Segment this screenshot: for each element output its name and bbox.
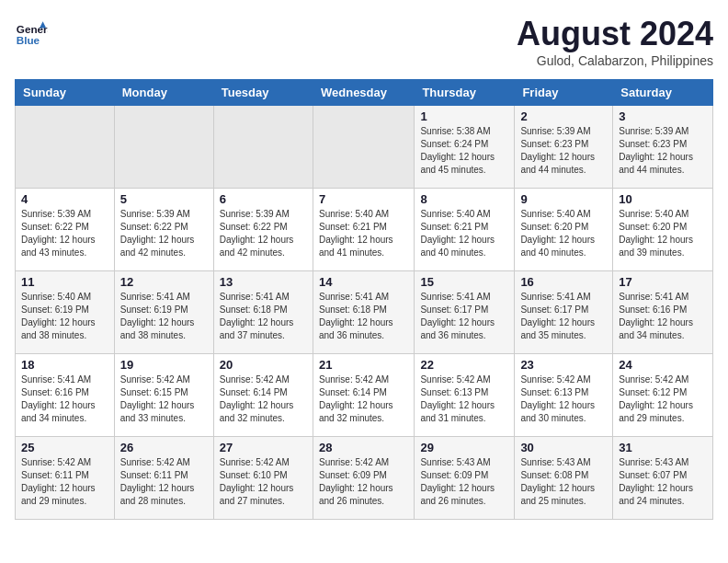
logo: General Blue	[15, 15, 51, 48]
calendar-cell: 19Sunrise: 5:42 AM Sunset: 6:15 PM Dayli…	[114, 354, 213, 437]
day-info: Sunrise: 5:39 AM Sunset: 6:22 PM Dayligh…	[21, 208, 108, 259]
calendar-cell: 11Sunrise: 5:40 AM Sunset: 6:19 PM Dayli…	[16, 271, 115, 354]
day-info: Sunrise: 5:42 AM Sunset: 6:11 PM Dayligh…	[120, 456, 208, 508]
day-info: Sunrise: 5:42 AM Sunset: 6:13 PM Dayligh…	[420, 373, 508, 425]
weekday-header: Thursday	[415, 80, 515, 106]
day-info: Sunrise: 5:43 AM Sunset: 6:07 PM Dayligh…	[619, 456, 707, 508]
calendar-cell: 22Sunrise: 5:42 AM Sunset: 6:13 PM Dayli…	[415, 354, 515, 437]
month-title: August 2024	[517, 15, 713, 53]
day-number: 30	[520, 441, 607, 454]
weekday-header: Saturday	[613, 80, 713, 106]
day-info: Sunrise: 5:41 AM Sunset: 6:18 PM Dayligh…	[319, 291, 408, 342]
calendar-cell: 21Sunrise: 5:42 AM Sunset: 6:14 PM Dayli…	[313, 354, 414, 437]
calendar-cell	[114, 106, 213, 189]
day-info: Sunrise: 5:39 AM Sunset: 6:23 PM Dayligh…	[619, 125, 707, 177]
calendar-cell: 29Sunrise: 5:43 AM Sunset: 6:09 PM Dayli…	[415, 437, 515, 520]
day-info: Sunrise: 5:43 AM Sunset: 6:09 PM Dayligh…	[420, 456, 508, 508]
day-info: Sunrise: 5:38 AM Sunset: 6:24 PM Dayligh…	[420, 125, 508, 177]
calendar-cell: 5Sunrise: 5:39 AM Sunset: 6:22 PM Daylig…	[114, 189, 213, 271]
day-number: 25	[21, 441, 108, 454]
calendar-cell: 24Sunrise: 5:42 AM Sunset: 6:12 PM Dayli…	[613, 354, 713, 437]
calendar-cell: 6Sunrise: 5:39 AM Sunset: 6:22 PM Daylig…	[213, 189, 313, 271]
calendar-cell: 10Sunrise: 5:40 AM Sunset: 6:20 PM Dayli…	[613, 189, 713, 271]
calendar-cell: 15Sunrise: 5:41 AM Sunset: 6:17 PM Dayli…	[415, 271, 515, 354]
day-number: 22	[420, 358, 508, 372]
day-number: 20	[220, 358, 307, 372]
day-number: 19	[120, 358, 208, 372]
day-info: Sunrise: 5:40 AM Sunset: 6:20 PM Dayligh…	[619, 208, 707, 259]
day-info: Sunrise: 5:42 AM Sunset: 6:15 PM Dayligh…	[120, 373, 208, 425]
weekday-header: Sunday	[16, 80, 115, 106]
svg-text:Blue: Blue	[17, 34, 40, 46]
calendar-cell: 14Sunrise: 5:41 AM Sunset: 6:18 PM Dayli…	[313, 271, 414, 354]
calendar-cell: 31Sunrise: 5:43 AM Sunset: 6:07 PM Dayli…	[613, 437, 713, 520]
day-number: 21	[319, 358, 408, 372]
day-number: 3	[619, 109, 707, 123]
weekday-header: Friday	[515, 80, 613, 106]
calendar-cell: 16Sunrise: 5:41 AM Sunset: 6:17 PM Dayli…	[515, 271, 613, 354]
day-number: 23	[520, 358, 607, 372]
day-number: 12	[120, 275, 208, 289]
calendar-cell: 26Sunrise: 5:42 AM Sunset: 6:11 PM Dayli…	[114, 437, 213, 520]
day-info: Sunrise: 5:41 AM Sunset: 6:16 PM Dayligh…	[21, 373, 108, 425]
day-number: 4	[21, 192, 108, 206]
calendar-cell: 17Sunrise: 5:41 AM Sunset: 6:16 PM Dayli…	[613, 271, 713, 354]
calendar-cell: 12Sunrise: 5:41 AM Sunset: 6:19 PM Dayli…	[114, 271, 213, 354]
day-info: Sunrise: 5:41 AM Sunset: 6:16 PM Dayligh…	[619, 291, 707, 342]
weekday-header: Tuesday	[213, 80, 313, 106]
day-info: Sunrise: 5:39 AM Sunset: 6:22 PM Dayligh…	[120, 208, 208, 259]
calendar-cell	[213, 106, 313, 189]
calendar-week-row: 11Sunrise: 5:40 AM Sunset: 6:19 PM Dayli…	[16, 271, 713, 354]
day-number: 18	[21, 358, 108, 372]
day-number: 7	[319, 192, 408, 206]
calendar-cell: 4Sunrise: 5:39 AM Sunset: 6:22 PM Daylig…	[16, 189, 115, 271]
day-number: 13	[220, 275, 307, 289]
calendar-week-row: 25Sunrise: 5:42 AM Sunset: 6:11 PM Dayli…	[16, 437, 713, 520]
day-number: 2	[520, 109, 607, 123]
calendar-cell: 30Sunrise: 5:43 AM Sunset: 6:08 PM Dayli…	[515, 437, 613, 520]
day-info: Sunrise: 5:42 AM Sunset: 6:14 PM Dayligh…	[319, 373, 408, 425]
day-info: Sunrise: 5:40 AM Sunset: 6:21 PM Dayligh…	[420, 208, 508, 259]
calendar-cell: 20Sunrise: 5:42 AM Sunset: 6:14 PM Dayli…	[213, 354, 313, 437]
day-number: 24	[619, 358, 707, 372]
calendar-cell: 18Sunrise: 5:41 AM Sunset: 6:16 PM Dayli…	[16, 354, 115, 437]
header-row: SundayMondayTuesdayWednesdayThursdayFrid…	[16, 80, 713, 106]
calendar-cell: 27Sunrise: 5:42 AM Sunset: 6:10 PM Dayli…	[213, 437, 313, 520]
calendar-cell	[313, 106, 414, 189]
day-number: 15	[420, 275, 508, 289]
calendar-cell: 25Sunrise: 5:42 AM Sunset: 6:11 PM Dayli…	[16, 437, 115, 520]
calendar-cell: 13Sunrise: 5:41 AM Sunset: 6:18 PM Dayli…	[213, 271, 313, 354]
day-info: Sunrise: 5:42 AM Sunset: 6:13 PM Dayligh…	[520, 373, 607, 425]
day-number: 1	[420, 109, 508, 123]
weekday-header: Wednesday	[313, 80, 414, 106]
logo-icon: General Blue	[15, 15, 48, 48]
day-info: Sunrise: 5:40 AM Sunset: 6:20 PM Dayligh…	[520, 208, 607, 259]
calendar-cell: 7Sunrise: 5:40 AM Sunset: 6:21 PM Daylig…	[313, 189, 414, 271]
day-number: 29	[420, 441, 508, 454]
calendar-week-row: 18Sunrise: 5:41 AM Sunset: 6:16 PM Dayli…	[16, 354, 713, 437]
day-info: Sunrise: 5:42 AM Sunset: 6:12 PM Dayligh…	[619, 373, 707, 425]
page-header: General Blue August 2024 Gulod, Calabarz…	[15, 15, 713, 68]
day-info: Sunrise: 5:40 AM Sunset: 6:21 PM Dayligh…	[319, 208, 408, 259]
day-number: 8	[420, 192, 508, 206]
calendar-week-row: 4Sunrise: 5:39 AM Sunset: 6:22 PM Daylig…	[16, 189, 713, 271]
calendar-cell: 3Sunrise: 5:39 AM Sunset: 6:23 PM Daylig…	[613, 106, 713, 189]
day-info: Sunrise: 5:41 AM Sunset: 6:17 PM Dayligh…	[420, 291, 508, 342]
day-info: Sunrise: 5:41 AM Sunset: 6:17 PM Dayligh…	[520, 291, 607, 342]
day-info: Sunrise: 5:42 AM Sunset: 6:10 PM Dayligh…	[220, 456, 307, 508]
calendar-cell: 8Sunrise: 5:40 AM Sunset: 6:21 PM Daylig…	[415, 189, 515, 271]
day-info: Sunrise: 5:41 AM Sunset: 6:19 PM Dayligh…	[120, 291, 208, 342]
day-number: 5	[120, 192, 208, 206]
day-number: 16	[520, 275, 607, 289]
day-info: Sunrise: 5:42 AM Sunset: 6:14 PM Dayligh…	[220, 373, 307, 425]
calendar-cell: 2Sunrise: 5:39 AM Sunset: 6:23 PM Daylig…	[515, 106, 613, 189]
day-info: Sunrise: 5:42 AM Sunset: 6:11 PM Dayligh…	[21, 456, 108, 508]
day-number: 27	[220, 441, 307, 454]
day-number: 31	[619, 441, 707, 454]
location: Gulod, Calabarzon, Philippines	[517, 53, 713, 68]
weekday-header: Monday	[114, 80, 213, 106]
day-number: 9	[520, 192, 607, 206]
day-info: Sunrise: 5:40 AM Sunset: 6:19 PM Dayligh…	[21, 291, 108, 342]
calendar-cell: 1Sunrise: 5:38 AM Sunset: 6:24 PM Daylig…	[415, 106, 515, 189]
title-section: August 2024 Gulod, Calabarzon, Philippin…	[517, 15, 713, 68]
